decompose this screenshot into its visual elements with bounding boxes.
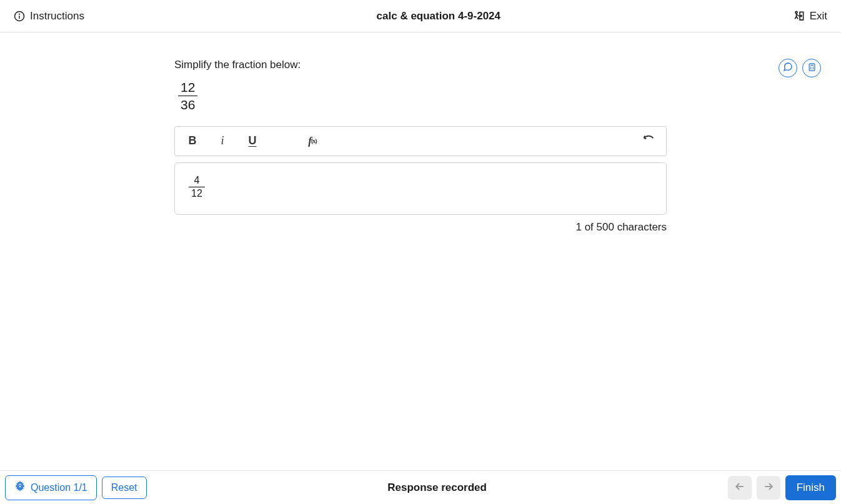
- gear-icon: [14, 481, 26, 495]
- footer: Question 1/1 Reset Response recorded Fin…: [0, 470, 841, 504]
- comment-icon: [783, 62, 793, 74]
- svg-point-8: [810, 68, 811, 69]
- svg-point-7: [813, 67, 814, 67]
- arrow-right-icon: [762, 480, 775, 495]
- answer-numerator: 4: [189, 174, 205, 188]
- svg-point-6: [810, 67, 811, 67]
- question-container: Simplify the fraction below: 12 36 B i U…: [174, 59, 667, 470]
- finish-button[interactable]: Finish: [785, 475, 836, 500]
- question-fraction: 12 36: [178, 79, 667, 114]
- question-denominator: 36: [178, 96, 197, 113]
- italic-button[interactable]: i: [215, 134, 230, 149]
- question-nav-button[interactable]: Question 1/1: [5, 475, 97, 500]
- exit-icon: [793, 10, 805, 22]
- exit-label: Exit: [810, 10, 827, 22]
- status-text: Response recorded: [152, 482, 723, 494]
- undo-button[interactable]: [641, 134, 656, 149]
- bold-button[interactable]: B: [185, 134, 200, 149]
- svg-point-10: [19, 485, 22, 488]
- header: Instructions calc & equation 4-9-2024 Ex…: [0, 0, 841, 32]
- finish-label: Finish: [797, 482, 825, 493]
- svg-point-9: [813, 68, 814, 69]
- answer-denominator: 12: [189, 187, 205, 200]
- exit-button[interactable]: Exit: [793, 10, 827, 22]
- page-title: calc & equation 4-9-2024: [377, 10, 500, 22]
- next-button[interactable]: [757, 476, 780, 500]
- question-nav-label: Question 1/1: [31, 482, 87, 493]
- svg-rect-4: [809, 63, 815, 70]
- svg-point-3: [795, 11, 797, 13]
- side-tools: [779, 59, 821, 77]
- character-count: 1 of 500 characters: [174, 221, 667, 234]
- answer-fraction: 4 12: [189, 174, 205, 201]
- answer-input[interactable]: 4 12: [174, 162, 667, 215]
- undo-icon: [642, 132, 655, 149]
- prev-button[interactable]: [728, 476, 752, 500]
- question-numerator: 12: [178, 79, 197, 96]
- instructions-button[interactable]: Instructions: [14, 10, 84, 22]
- svg-point-2: [19, 14, 20, 14]
- calculator-button[interactable]: [802, 59, 821, 77]
- comment-button[interactable]: [779, 59, 797, 77]
- equation-button[interactable]: f(x): [305, 134, 320, 149]
- info-icon: [14, 11, 25, 22]
- calculator-icon: [807, 62, 817, 74]
- reset-button[interactable]: Reset: [102, 477, 147, 499]
- arrow-left-icon: [734, 480, 746, 495]
- reset-label: Reset: [111, 482, 137, 493]
- editor-toolbar: B i U f(x): [174, 126, 667, 156]
- underline-button[interactable]: U: [245, 134, 260, 149]
- main-content: Simplify the fraction below: 12 36 B i U…: [0, 32, 841, 470]
- instructions-label: Instructions: [30, 10, 84, 22]
- question-prompt: Simplify the fraction below:: [174, 59, 667, 71]
